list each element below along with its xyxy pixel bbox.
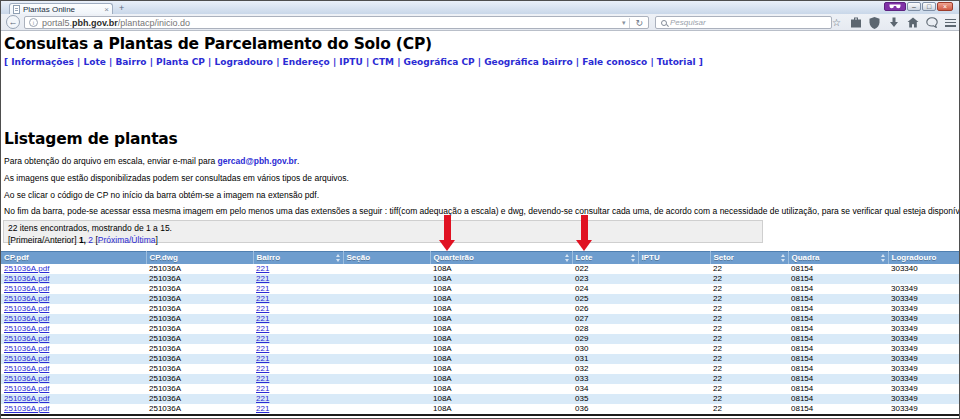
shield-icon[interactable] [868,17,881,29]
cell-cp-pdf[interactable]: 251036A.pdf [1,374,146,384]
pager-next-last-link[interactable]: Próxima/Última [98,235,156,245]
close-button[interactable]: × [937,2,953,11]
cell-cp-pdf[interactable]: 251036A.pdf [1,404,146,415]
cp-pdf-link[interactable]: 251036A.pdf [4,374,49,383]
cp-pdf-link[interactable]: 251036A.pdf [4,324,49,333]
cp-pdf-link[interactable]: 251036A.pdf [4,354,49,363]
cell-bairro[interactable]: 221 [253,394,343,404]
sort-icon[interactable] [631,254,636,262]
cell-bairro[interactable]: 221 [253,324,343,334]
cell-cp-pdf[interactable]: 251036A.pdf [1,284,146,294]
cp-pdf-link[interactable]: 251036A.pdf [4,284,49,293]
cell-cp-pdf[interactable]: 251036A.pdf [1,304,146,314]
nav-link-logradouro[interactable]: Logradouro [215,57,274,67]
nav-link-planta-cp[interactable]: Planta CP [156,57,205,67]
search-input[interactable]: Pesquisar [655,16,832,29]
bairro-link[interactable]: 221 [256,294,269,303]
sort-icon[interactable] [781,254,786,262]
bairro-link[interactable]: 221 [256,264,269,273]
column-header-lote[interactable]: Lote [572,252,638,264]
urlbar-dropdown-icon[interactable]: ▾ [618,19,630,27]
back-button[interactable]: ← [6,15,20,29]
bairro-link[interactable]: 221 [256,354,269,363]
nav-link-geográfica-cp[interactable]: Geográfica CP [404,57,475,67]
cell-cp-pdf[interactable]: 251036A.pdf [1,394,146,404]
cell-cp-pdf[interactable]: 251036A.pdf [1,334,146,344]
cell-bairro[interactable]: 221 [253,284,343,294]
cell-cp-pdf[interactable]: 251036A.pdf [1,364,146,374]
column-header-setor[interactable]: Setor [710,252,788,264]
cell-bairro[interactable]: 221 [253,384,343,394]
cp-pdf-link[interactable]: 251036A.pdf [4,294,49,303]
cp-pdf-link[interactable]: 251036A.pdf [4,344,49,353]
menu-icon[interactable] [944,17,957,29]
cell-bairro[interactable]: 221 [253,334,343,344]
cp-pdf-link[interactable]: 251036A.pdf [4,264,49,273]
reload-icon[interactable]: ↻ [629,18,648,28]
bairro-link[interactable]: 221 [256,324,269,333]
new-tab-button[interactable]: + [119,4,124,13]
bairro-link[interactable]: 221 [256,394,269,403]
cell-bairro[interactable]: 221 [253,274,343,284]
cp-pdf-link[interactable]: 251036A.pdf [4,334,49,343]
cell-bairro[interactable]: 221 [253,354,343,364]
sort-icon[interactable] [565,254,570,262]
bairro-link[interactable]: 221 [256,284,269,293]
cell-bairro[interactable]: 221 [253,404,343,415]
cell-bairro[interactable]: 221 [253,264,343,274]
cell-cp-pdf[interactable]: 251036A.pdf [1,354,146,364]
cp-pdf-link[interactable]: 251036A.pdf [4,304,49,313]
nav-link-bairro[interactable]: Bairro [115,57,146,67]
nav-link-informações[interactable]: Informações [11,57,74,67]
url-text[interactable]: portal5.pbh.gov.br/plantacp/inicio.do [42,18,618,28]
sort-icon[interactable] [336,254,341,262]
hello-chat-icon[interactable] [925,17,938,29]
cell-cp-pdf[interactable]: 251036A.pdf [1,274,146,284]
nav-link-iptu[interactable]: IPTU [339,57,362,67]
minimize-button[interactable]: – [907,2,921,11]
nav-link-lote[interactable]: Lote [84,57,106,67]
cell-bairro[interactable]: 221 [253,294,343,304]
bairro-link[interactable]: 221 [256,384,269,393]
bairro-link[interactable]: 221 [256,374,269,383]
bookmarks-menu-icon[interactable] [849,17,862,29]
bairro-link[interactable]: 221 [256,334,269,343]
column-header-quarteirão[interactable]: Quarteirão [430,252,572,264]
cell-bairro[interactable]: 221 [253,374,343,384]
cell-bairro[interactable]: 221 [253,364,343,374]
home-icon[interactable] [906,17,919,29]
bairro-link[interactable]: 221 [256,344,269,353]
maximize-button[interactable]: □ [922,2,936,11]
bairro-link[interactable]: 221 [256,314,269,323]
cell-bairro[interactable]: 221 [253,314,343,324]
bairro-link[interactable]: 221 [256,304,269,313]
tab-close-icon[interactable]: × [104,6,109,14]
cell-cp-pdf[interactable]: 251036A.pdf [1,294,146,304]
nav-link-ctm[interactable]: CTM [372,57,394,67]
cp-pdf-link[interactable]: 251036A.pdf [4,364,49,373]
bairro-link[interactable]: 221 [256,364,269,373]
column-header-bairro[interactable]: Bairro [253,252,343,264]
identity-icon[interactable]: i [29,18,38,27]
cell-bairro[interactable]: 221 [253,304,343,314]
cell-cp-pdf[interactable]: 251036A.pdf [1,344,146,354]
sort-icon[interactable] [881,254,886,262]
cp-pdf-link[interactable]: 251036A.pdf [4,314,49,323]
downloads-icon[interactable] [887,17,900,29]
cell-cp-pdf[interactable]: 251036A.pdf [1,384,146,394]
column-header-quadra[interactable]: Quadra [788,252,888,264]
cell-bairro[interactable]: 221 [253,344,343,354]
cp-pdf-link[interactable]: 251036A.pdf [4,384,49,393]
gercad-email-link[interactable]: gercad@pbh.gov.br [218,156,297,166]
nav-link-endereço[interactable]: Endereço [283,57,330,67]
cp-pdf-link[interactable]: 251036A.pdf [4,394,49,403]
bairro-link[interactable]: 221 [256,404,269,413]
nav-link-fale-conosco[interactable]: Fale conosco [582,57,647,67]
bairro-link[interactable]: 221 [256,274,269,283]
url-bar[interactable]: i portal5.pbh.gov.br/plantacp/inicio.do … [24,16,649,29]
cp-pdf-link[interactable]: 251036A.pdf [4,274,49,283]
bookmark-star-icon[interactable]: ☆ [830,17,843,29]
nav-link-geográfica-bairro[interactable]: Geográfica bairro [484,57,573,67]
cell-cp-pdf[interactable]: 251036A.pdf [1,314,146,324]
cp-pdf-link[interactable]: 251036A.pdf [4,404,49,413]
